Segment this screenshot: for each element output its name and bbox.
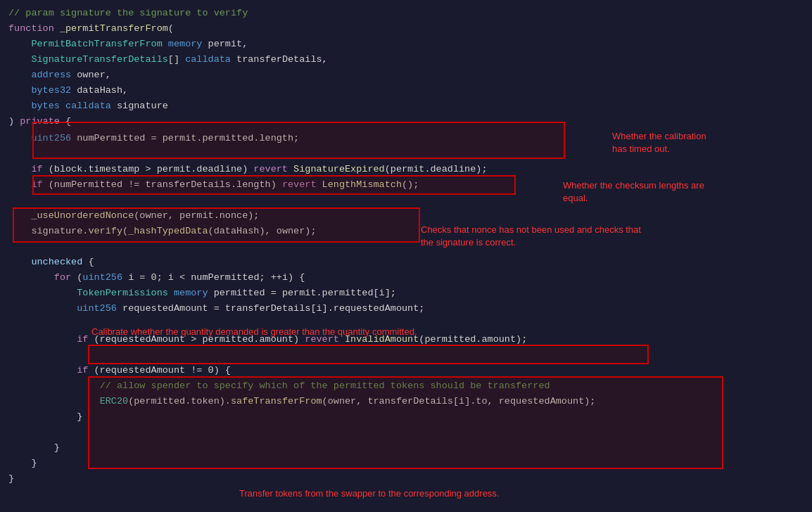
code-line: }	[0, 471, 812, 487]
code-line: ) private {	[0, 114, 812, 129]
code-line: bytes calldata signature	[0, 98, 812, 114]
code-container: Whether the calibrationhas timed out. Wh…	[0, 0, 812, 512]
annotation-1: Whether the calibrationhas timed out.	[612, 130, 706, 155]
code-line: uint256 requestedAmount = transferDetail…	[0, 301, 812, 316]
code-line: bytes32 dataHash,	[0, 83, 812, 98]
code-line: }	[0, 440, 812, 456]
code-line: TokenPermissions memory permitted = perm…	[0, 286, 812, 301]
annotation-5: Transfer tokens from the swapper to the …	[239, 487, 499, 500]
code-line: SignatureTransferDetails[] calldata tran…	[0, 52, 812, 68]
code-line: for (uint256 i = 0; i < numPermitted; ++…	[0, 270, 812, 286]
annotation-2: Whether the checksum lengths areequal.	[563, 179, 704, 205]
code-line: }	[0, 409, 812, 425]
code-line: _useUnorderedNonce(owner, permit.nonce);	[0, 208, 812, 224]
code-line: if (requestedAmount != 0) {	[0, 363, 812, 378]
code-line: address owner,	[0, 68, 812, 83]
code-line	[0, 239, 812, 255]
code-line: unchecked {	[0, 255, 812, 270]
annotation-4: Calibrate whether the quantity demanded …	[91, 326, 417, 338]
code-line: // param signature the signature to veri…	[0, 6, 812, 21]
code-line: signature.verify(_hashTypedData(dataHash…	[0, 224, 812, 239]
code-line: }	[0, 456, 812, 471]
code-line: // allow spender to specify which of the…	[0, 378, 812, 394]
code-line: PermitBatchTransferFrom memory permit,	[0, 37, 812, 52]
code-line	[0, 425, 812, 440]
annotation-3: Checks that nonce has not been used and …	[421, 224, 641, 249]
code-line: if (block.timestamp > permit.deadline) r…	[0, 162, 812, 177]
code-line	[0, 347, 812, 363]
code-line: ERC20(permitted.token).safeTransferFrom(…	[0, 394, 812, 409]
code-line: function _permitTransferFrom(	[0, 21, 812, 37]
